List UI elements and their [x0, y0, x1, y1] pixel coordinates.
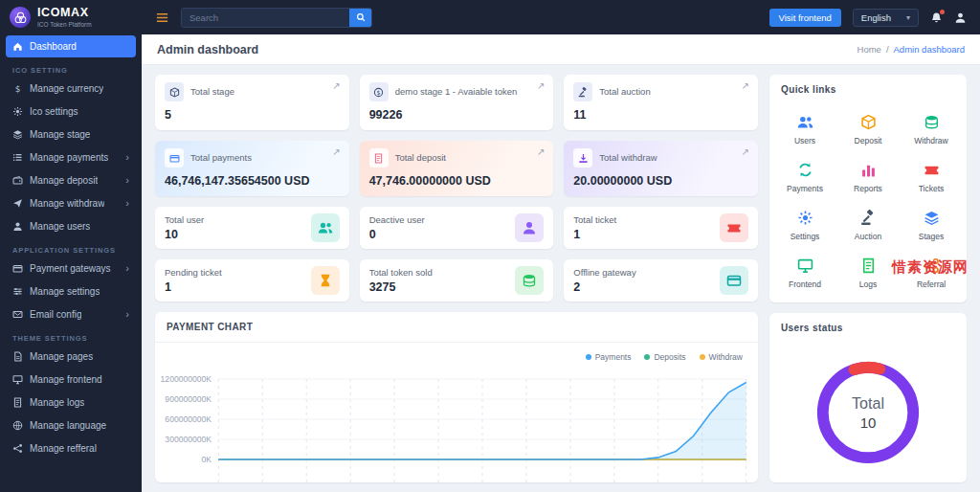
quick-link-label: Frontend: [789, 280, 821, 289]
language-select[interactable]: English ▾: [853, 9, 919, 27]
sidebar-item-manage-stage[interactable]: Manage stage: [6, 123, 136, 145]
sidebar-item-manage-payments[interactable]: Manage payments›: [6, 146, 136, 168]
open-link-arrow-icon[interactable]: ↗: [742, 146, 749, 157]
sidebar-item-manage-refferal[interactable]: Manage refferal: [6, 437, 136, 459]
open-link-arrow-icon[interactable]: ↗: [537, 146, 545, 157]
sidebar-menu: DashboardICO SETTING$Manage currencyIco …: [0, 35, 142, 459]
card-icon: [165, 148, 184, 168]
link-icon: [922, 256, 941, 275]
stats-row-1: ↗Total stage5↗$demo stage 1 - Avaiable t…: [155, 75, 758, 130]
stat-label: Total ticket: [573, 214, 616, 225]
user-profile-icon[interactable]: [954, 11, 967, 24]
quick-link-stages[interactable]: Stages: [900, 208, 963, 241]
stat-card-total-stage: ↗Total stage5: [155, 75, 349, 130]
quick-link-withdraw[interactable]: Withdraw: [900, 112, 963, 145]
stat-value: 1: [573, 228, 616, 241]
legend-label: Payments: [595, 352, 632, 362]
sidebar-item-ico-settings[interactable]: Ico settings: [6, 101, 136, 123]
users-status-panel: Users status Total10: [769, 313, 967, 482]
stat-value: 46,746,147.35654500 USD: [165, 174, 340, 188]
quick-link-frontend[interactable]: Frontend: [773, 256, 836, 289]
logo-icon: [10, 7, 31, 28]
notifications-bell-icon[interactable]: [930, 11, 943, 24]
quick-link-reports[interactable]: Reports: [836, 160, 900, 193]
legend-item-deposits[interactable]: Deposits: [644, 352, 685, 362]
stat-value: 10: [165, 228, 204, 241]
stat-label: Deactive user: [369, 214, 425, 225]
sidebar-item-email-config[interactable]: Email config›: [6, 303, 136, 325]
search-button[interactable]: [349, 9, 371, 27]
stat-card-demo-stage-1-avaiable-token: ↗$demo stage 1 - Avaiable token99226: [360, 75, 554, 130]
sidebar-section-theme-settings: THEME SETTINGS: [12, 334, 142, 343]
app-tagline: ICO Token Platform: [37, 21, 92, 28]
legend-dot: [700, 354, 705, 360]
coins-icon: [515, 266, 544, 295]
doc-icon: [858, 256, 878, 275]
sidebar-item-manage-users[interactable]: Manage users: [6, 215, 136, 237]
chevron-right-icon: ›: [125, 263, 129, 274]
notification-badge: [940, 10, 945, 14]
coins-icon: [922, 112, 941, 131]
legend-item-withdraw[interactable]: Withdraw: [700, 352, 743, 362]
sidebar-item-manage-pages[interactable]: Manage pages: [6, 346, 136, 368]
open-link-arrow-icon[interactable]: ↗: [332, 80, 340, 91]
stat-label: Offline gateway: [573, 267, 635, 278]
stat-label: Total stage: [190, 87, 234, 98]
sidebar-section-ico-setting: ICO SETTING: [12, 66, 142, 75]
stat-value: 3275: [369, 280, 433, 294]
hamburger-menu-icon[interactable]: [155, 11, 169, 25]
quick-link-deposit[interactable]: Deposit: [836, 112, 900, 145]
gavel-icon: [858, 208, 878, 227]
stat-card-total-withdraw: ↗Total withdraw20.00000000 USD: [564, 141, 758, 196]
sidebar-item-manage-currency[interactable]: $Manage currency: [6, 78, 136, 100]
quick-link-tickets[interactable]: Tickets: [900, 160, 963, 193]
download-icon: [573, 148, 592, 168]
breadcrumb: Home / Admin dashboard: [858, 44, 965, 55]
users-icon: [795, 112, 814, 131]
stat-label: Total payments: [190, 153, 252, 164]
sidebar-item-label: Manage users: [30, 221, 90, 232]
legend-dot: [644, 354, 650, 360]
sidebar-item-manage-withdraw[interactable]: Manage withdraw›: [6, 192, 136, 214]
breadcrumb-home[interactable]: Home: [858, 44, 881, 55]
hourglass-icon: [311, 266, 340, 295]
stat-label: Total withdraw: [599, 153, 657, 164]
visit-frontend-button[interactable]: Visit frontend: [769, 9, 841, 27]
open-link-arrow-icon[interactable]: ↗: [537, 80, 545, 91]
sidebar-item-manage-deposit[interactable]: Manage deposit›: [6, 169, 136, 191]
svg-text:$: $: [377, 88, 381, 95]
language-label: English: [861, 12, 891, 23]
chevron-right-icon: ›: [125, 175, 129, 186]
quick-link-users[interactable]: Users: [773, 112, 836, 145]
cycle-icon: [795, 160, 814, 179]
sidebar-item-manage-frontend[interactable]: Manage frontend: [6, 369, 136, 391]
quick-link-label: Tickets: [919, 184, 945, 193]
sidebar-item-manage-language[interactable]: Manage language: [6, 414, 136, 436]
quick-link-label: Logs: [859, 280, 877, 289]
stat-value: 47,746.00000000 USD: [369, 174, 545, 188]
legend-item-payments[interactable]: Payments: [586, 352, 632, 362]
quick-link-label: Deposit: [855, 136, 882, 145]
card-icon: [12, 263, 23, 274]
sidebar-item-label: Manage withdraw: [30, 198, 104, 209]
quick-link-referral[interactable]: Referral: [900, 256, 963, 289]
payment-chart-title: PAYMENT CHART: [155, 312, 758, 343]
sidebar-item-manage-logs[interactable]: Manage logs: [6, 391, 136, 414]
quick-link-settings[interactable]: Settings: [773, 208, 836, 241]
sidebar-item-payment-gateways[interactable]: Payment gateways›: [6, 257, 136, 280]
open-link-arrow-icon[interactable]: ↗: [332, 146, 340, 157]
search-input[interactable]: [182, 9, 349, 27]
quick-link-logs[interactable]: Logs: [836, 256, 900, 289]
stat-card-deactive-user: Deactive user0: [360, 207, 554, 249]
breadcrumb-current: Admin dashboard: [894, 44, 965, 55]
open-link-arrow-icon[interactable]: ↗: [742, 80, 749, 91]
sidebar-item-manage-settings[interactable]: Manage settings: [6, 280, 136, 302]
app-logo[interactable]: ICOMAX ICO Token Platform: [0, 0, 142, 34]
sidebar-item-dashboard[interactable]: Dashboard: [6, 35, 136, 57]
share-icon: [12, 443, 23, 454]
box-icon: [165, 82, 184, 101]
stat-label: Total auction: [599, 87, 650, 98]
stat-card-total-ticket: Total ticket1: [564, 207, 758, 249]
quick-link-auction[interactable]: Auction: [836, 208, 900, 241]
quick-link-payments[interactable]: Payments: [773, 160, 836, 193]
